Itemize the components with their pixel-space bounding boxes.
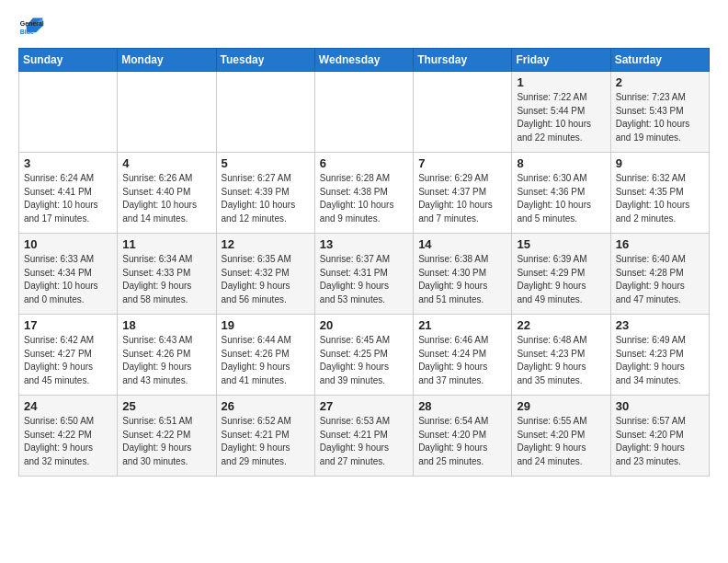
calendar-cell: 5Sunrise: 6:27 AM Sunset: 4:39 PM Daylig… (216, 153, 314, 234)
day-number: 3 (24, 156, 112, 170)
day-number: 2 (616, 75, 704, 89)
calendar-cell: 13Sunrise: 6:37 AM Sunset: 4:31 PM Dayli… (314, 234, 413, 315)
day-number: 26 (222, 399, 310, 413)
calendar-week: 10Sunrise: 6:33 AM Sunset: 4:34 PM Dayli… (19, 234, 710, 315)
calendar-cell: 23Sunrise: 6:49 AM Sunset: 4:23 PM Dayli… (610, 315, 709, 396)
day-number: 1 (517, 75, 605, 89)
day-info: Sunrise: 6:35 AM Sunset: 4:32 PM Dayligh… (222, 253, 310, 306)
calendar-cell: 12Sunrise: 6:35 AM Sunset: 4:32 PM Dayli… (216, 234, 314, 315)
day-info: Sunrise: 6:28 AM Sunset: 4:38 PM Dayligh… (320, 172, 408, 225)
day-info: Sunrise: 6:29 AM Sunset: 4:37 PM Dayligh… (418, 172, 506, 225)
calendar: SundayMondayTuesdayWednesdayThursdayFrid… (18, 48, 710, 477)
calendar-cell: 1Sunrise: 7:22 AM Sunset: 5:44 PM Daylig… (512, 72, 610, 153)
header-row: SundayMondayTuesdayWednesdayThursdayFrid… (19, 49, 710, 72)
day-number: 24 (24, 399, 112, 413)
day-number: 8 (517, 156, 605, 170)
calendar-cell: 6Sunrise: 6:28 AM Sunset: 4:38 PM Daylig… (314, 153, 413, 234)
calendar-cell: 11Sunrise: 6:34 AM Sunset: 4:33 PM Dayli… (118, 234, 216, 315)
day-info: Sunrise: 6:51 AM Sunset: 4:22 PM Dayligh… (122, 415, 210, 468)
day-number: 6 (320, 156, 408, 170)
calendar-cell: 18Sunrise: 6:43 AM Sunset: 4:26 PM Dayli… (118, 315, 216, 396)
calendar-cell (118, 72, 216, 153)
calendar-cell: 26Sunrise: 6:52 AM Sunset: 4:21 PM Dayli… (216, 396, 314, 477)
header-day: Monday (118, 49, 216, 72)
calendar-cell: 27Sunrise: 6:53 AM Sunset: 4:21 PM Dayli… (314, 396, 413, 477)
day-number: 30 (616, 399, 704, 413)
calendar-week: 1Sunrise: 7:22 AM Sunset: 5:44 PM Daylig… (19, 72, 710, 153)
calendar-cell: 8Sunrise: 6:30 AM Sunset: 4:36 PM Daylig… (512, 153, 610, 234)
day-info: Sunrise: 6:40 AM Sunset: 4:28 PM Dayligh… (616, 253, 704, 306)
calendar-cell: 7Sunrise: 6:29 AM Sunset: 4:37 PM Daylig… (414, 153, 512, 234)
calendar-week: 17Sunrise: 6:42 AM Sunset: 4:27 PM Dayli… (19, 315, 710, 396)
header-day: Friday (512, 49, 610, 72)
day-info: Sunrise: 6:42 AM Sunset: 4:27 PM Dayligh… (24, 334, 112, 387)
day-number: 10 (24, 237, 112, 251)
calendar-cell: 19Sunrise: 6:44 AM Sunset: 4:26 PM Dayli… (216, 315, 314, 396)
day-number: 4 (122, 156, 210, 170)
day-number: 22 (517, 318, 605, 332)
calendar-cell: 21Sunrise: 6:46 AM Sunset: 4:24 PM Dayli… (414, 315, 512, 396)
header-day: Tuesday (216, 49, 314, 72)
svg-text:General: General (20, 20, 44, 27)
calendar-body: 1Sunrise: 7:22 AM Sunset: 5:44 PM Daylig… (19, 72, 710, 477)
logo: General Blue (18, 15, 48, 40)
calendar-cell: 28Sunrise: 6:54 AM Sunset: 4:20 PM Dayli… (414, 396, 512, 477)
day-info: Sunrise: 6:38 AM Sunset: 4:30 PM Dayligh… (418, 253, 506, 306)
day-info: Sunrise: 6:44 AM Sunset: 4:26 PM Dayligh… (222, 334, 310, 387)
day-info: Sunrise: 6:24 AM Sunset: 4:41 PM Dayligh… (24, 172, 112, 225)
day-number: 19 (222, 318, 310, 332)
calendar-cell (314, 72, 413, 153)
day-info: Sunrise: 6:57 AM Sunset: 4:20 PM Dayligh… (616, 415, 704, 468)
calendar-cell (216, 72, 314, 153)
day-info: Sunrise: 6:49 AM Sunset: 4:23 PM Dayligh… (616, 334, 704, 387)
calendar-cell: 20Sunrise: 6:45 AM Sunset: 4:25 PM Dayli… (314, 315, 413, 396)
day-number: 29 (517, 399, 605, 413)
day-number: 9 (616, 156, 704, 170)
calendar-cell: 22Sunrise: 6:48 AM Sunset: 4:23 PM Dayli… (512, 315, 610, 396)
page: General Blue SundayMondayTuesdayWednesda… (0, 0, 728, 486)
calendar-cell: 30Sunrise: 6:57 AM Sunset: 4:20 PM Dayli… (610, 396, 709, 477)
calendar-cell (19, 72, 118, 153)
day-info: Sunrise: 7:23 AM Sunset: 5:43 PM Dayligh… (616, 91, 704, 144)
day-info: Sunrise: 6:34 AM Sunset: 4:33 PM Dayligh… (122, 253, 210, 306)
calendar-cell: 4Sunrise: 6:26 AM Sunset: 4:40 PM Daylig… (118, 153, 216, 234)
calendar-cell: 2Sunrise: 7:23 AM Sunset: 5:43 PM Daylig… (610, 72, 709, 153)
calendar-cell: 9Sunrise: 6:32 AM Sunset: 4:35 PM Daylig… (610, 153, 709, 234)
calendar-header: SundayMondayTuesdayWednesdayThursdayFrid… (19, 49, 710, 72)
header-day: Sunday (19, 49, 118, 72)
calendar-cell: 16Sunrise: 6:40 AM Sunset: 4:28 PM Dayli… (610, 234, 709, 315)
day-info: Sunrise: 6:32 AM Sunset: 4:35 PM Dayligh… (616, 172, 704, 225)
day-info: Sunrise: 6:54 AM Sunset: 4:20 PM Dayligh… (418, 415, 506, 468)
day-number: 15 (517, 237, 605, 251)
calendar-cell: 17Sunrise: 6:42 AM Sunset: 4:27 PM Dayli… (19, 315, 118, 396)
calendar-cell: 14Sunrise: 6:38 AM Sunset: 4:30 PM Dayli… (414, 234, 512, 315)
day-info: Sunrise: 7:22 AM Sunset: 5:44 PM Dayligh… (517, 91, 605, 144)
calendar-cell: 3Sunrise: 6:24 AM Sunset: 4:41 PM Daylig… (19, 153, 118, 234)
day-number: 18 (122, 318, 210, 332)
day-info: Sunrise: 6:33 AM Sunset: 4:34 PM Dayligh… (24, 253, 112, 306)
header-day: Saturday (610, 49, 709, 72)
day-number: 20 (320, 318, 408, 332)
day-info: Sunrise: 6:53 AM Sunset: 4:21 PM Dayligh… (320, 415, 408, 468)
day-number: 25 (122, 399, 210, 413)
day-number: 23 (616, 318, 704, 332)
day-info: Sunrise: 6:37 AM Sunset: 4:31 PM Dayligh… (320, 253, 408, 306)
day-info: Sunrise: 6:46 AM Sunset: 4:24 PM Dayligh… (418, 334, 506, 387)
day-number: 7 (418, 156, 506, 170)
day-info: Sunrise: 6:55 AM Sunset: 4:20 PM Dayligh… (517, 415, 605, 468)
day-number: 5 (222, 156, 310, 170)
day-info: Sunrise: 6:30 AM Sunset: 4:36 PM Dayligh… (517, 172, 605, 225)
day-number: 11 (122, 237, 210, 251)
calendar-cell (414, 72, 512, 153)
day-info: Sunrise: 6:48 AM Sunset: 4:23 PM Dayligh… (517, 334, 605, 387)
calendar-week: 3Sunrise: 6:24 AM Sunset: 4:41 PM Daylig… (19, 153, 710, 234)
day-info: Sunrise: 6:27 AM Sunset: 4:39 PM Dayligh… (222, 172, 310, 225)
calendar-cell: 25Sunrise: 6:51 AM Sunset: 4:22 PM Dayli… (118, 396, 216, 477)
day-info: Sunrise: 6:52 AM Sunset: 4:21 PM Dayligh… (222, 415, 310, 468)
day-info: Sunrise: 6:26 AM Sunset: 4:40 PM Dayligh… (122, 172, 210, 225)
day-number: 28 (418, 399, 506, 413)
calendar-week: 24Sunrise: 6:50 AM Sunset: 4:22 PM Dayli… (19, 396, 710, 477)
day-number: 13 (320, 237, 408, 251)
day-number: 27 (320, 399, 408, 413)
calendar-cell: 10Sunrise: 6:33 AM Sunset: 4:34 PM Dayli… (19, 234, 118, 315)
